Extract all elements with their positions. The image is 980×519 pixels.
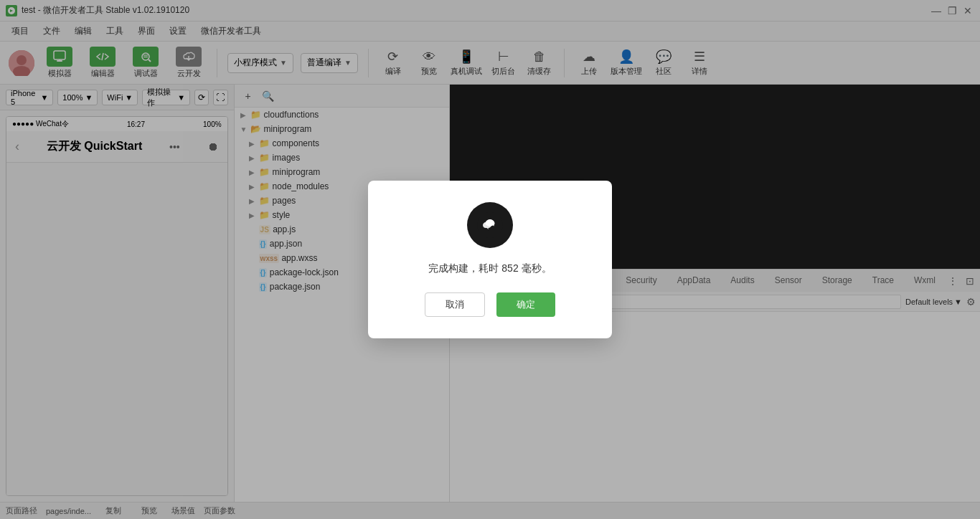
modal-box: 完成构建，耗时 852 毫秒。 取消 确定: [368, 181, 612, 338]
modal-cancel-button[interactable]: 取消: [425, 292, 485, 317]
modal-confirm-button[interactable]: 确定: [496, 292, 555, 317]
modal-buttons: 取消 确定: [425, 292, 555, 317]
modal-message: 完成构建，耗时 852 毫秒。: [428, 262, 551, 275]
modal-logo: [467, 202, 513, 248]
modal-overlay[interactable]: 完成构建，耗时 852 毫秒。 取消 确定: [0, 0, 980, 519]
